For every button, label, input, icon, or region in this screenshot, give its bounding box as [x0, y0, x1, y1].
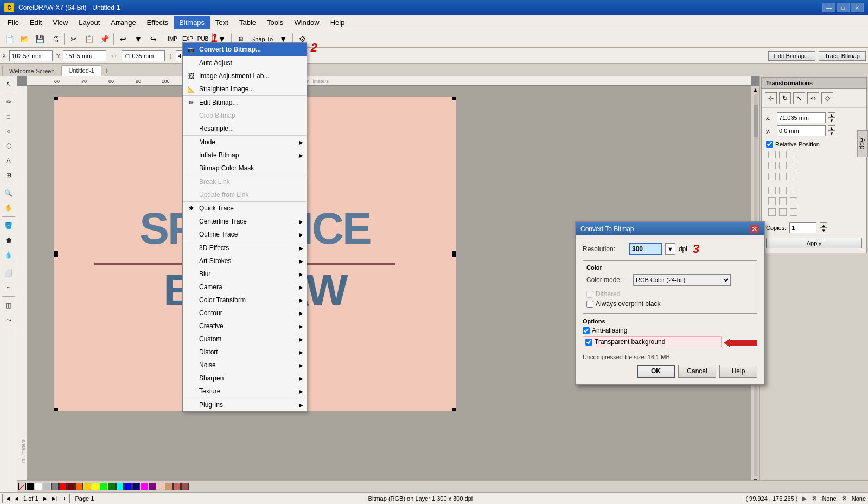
- copies-down[interactable]: ▼: [820, 228, 827, 233]
- color-silver[interactable]: [43, 483, 50, 490]
- pos-grid-6[interactable]: [790, 162, 797, 169]
- edit-bitmap-button[interactable]: Edit Bitmap...: [768, 51, 815, 61]
- blur-item[interactable]: Blur ▶: [183, 267, 307, 280]
- menu-help[interactable]: Help: [325, 16, 350, 29]
- color-dark-green[interactable]: [108, 483, 116, 490]
- noise-item[interactable]: Noise ▶: [183, 359, 307, 372]
- pan-tool[interactable]: ✋: [1, 201, 16, 215]
- menu-edit[interactable]: Edit: [24, 16, 47, 29]
- color-mode-select[interactable]: RGB Color (24-bit) CMYK Color (32-bit) G…: [633, 274, 731, 286]
- last-page-button[interactable]: ▶|: [50, 494, 59, 503]
- zoom-tool[interactable]: 🔍: [1, 186, 16, 200]
- transform-skew[interactable]: ◇: [821, 92, 833, 104]
- color-purple[interactable]: [149, 483, 156, 490]
- minimize-button[interactable]: —: [822, 3, 835, 12]
- image-adjustment-item[interactable]: 🖼 Image Adjustment Lab...: [183, 69, 307, 82]
- x-up[interactable]: ▲: [828, 112, 835, 118]
- color-magenta[interactable]: [141, 483, 148, 490]
- cut-button[interactable]: ✂: [67, 32, 81, 46]
- color-navy[interactable]: [132, 483, 140, 490]
- no-fill-swatch[interactable]: [18, 483, 26, 490]
- rectangle-tool[interactable]: □: [1, 110, 16, 124]
- color-bright-yellow[interactable]: [92, 483, 99, 490]
- new-button[interactable]: 📄: [2, 32, 16, 46]
- transform-position[interactable]: ⊹: [765, 92, 777, 104]
- creative-item[interactable]: Creative ▶: [183, 320, 307, 333]
- x-down[interactable]: ▼: [828, 118, 835, 123]
- tab-untitled[interactable]: Untitled-1: [62, 65, 101, 76]
- centerline-trace-item[interactable]: Centerline Trace ▶: [183, 215, 307, 228]
- sharpen-item[interactable]: Sharpen ▶: [183, 372, 307, 385]
- color-dark-red[interactable]: [67, 483, 75, 490]
- color-blue[interactable]: [124, 483, 132, 490]
- apply-button[interactable]: Apply: [766, 238, 862, 248]
- resolution-dropdown-btn[interactable]: ▼: [665, 243, 675, 255]
- prev-page-button[interactable]: ◀: [12, 494, 21, 503]
- add-page-button[interactable]: +: [60, 494, 69, 503]
- pos-grid-1[interactable]: [768, 151, 776, 158]
- shadow-tool[interactable]: ◫: [1, 298, 16, 312]
- color-orange[interactable]: [75, 483, 83, 490]
- eraser-tool[interactable]: ⬜: [1, 266, 16, 280]
- handle-br[interactable]: [452, 408, 456, 411]
- smart-fill[interactable]: ⬟: [1, 233, 16, 247]
- texture-item[interactable]: Texture ▶: [183, 385, 307, 398]
- convert-to-bitmap-item[interactable]: 📷 Convert to Bitmap... 2: [183, 43, 307, 56]
- menu-effects[interactable]: Effects: [142, 16, 174, 29]
- connector-tool[interactable]: ⤳: [1, 313, 16, 327]
- pos-grid-5[interactable]: [779, 162, 787, 169]
- eyedropper[interactable]: 💧: [1, 248, 16, 262]
- handle-ml[interactable]: [54, 251, 58, 257]
- color-rose[interactable]: [173, 483, 181, 490]
- dialog-close-button[interactable]: ✕: [750, 225, 760, 233]
- handle-bl[interactable]: [54, 408, 58, 411]
- auto-adjust-item[interactable]: Auto Adjust: [183, 56, 307, 69]
- color-green[interactable]: [100, 483, 107, 490]
- color-peach[interactable]: [157, 483, 164, 490]
- color-brown-red[interactable]: [181, 483, 189, 490]
- pos-grid2-4[interactable]: [768, 197, 776, 205]
- trace-bitmap-button[interactable]: Trace Bitmap: [819, 51, 866, 61]
- next-page-button[interactable]: ▶: [41, 494, 50, 503]
- maximize-button[interactable]: □: [837, 3, 850, 12]
- freehand-tool[interactable]: ✏: [1, 95, 16, 109]
- copy-button[interactable]: 📋: [82, 32, 96, 46]
- y-down[interactable]: ▼: [828, 131, 835, 136]
- menu-view[interactable]: View: [47, 16, 73, 29]
- art-strokes-item[interactable]: Art Strokes ▶: [183, 254, 307, 267]
- mode-item[interactable]: Mode ▶: [183, 136, 307, 149]
- pos-grid-3[interactable]: [790, 151, 797, 158]
- outline-trace-item[interactable]: Outline Trace ▶: [183, 228, 307, 241]
- width-input[interactable]: [122, 50, 165, 61]
- transform-scale[interactable]: ⤡: [793, 92, 805, 104]
- import-button[interactable]: IMP: [165, 32, 180, 46]
- table-tool[interactable]: ⊞: [1, 168, 16, 182]
- distort-item[interactable]: Distort ▶: [183, 346, 307, 359]
- color-cyan[interactable]: [116, 483, 124, 490]
- transform-rotate[interactable]: ↻: [779, 92, 791, 104]
- pos-grid2-5[interactable]: [779, 197, 787, 205]
- y-up[interactable]: ▲: [828, 125, 835, 131]
- pos-grid-8[interactable]: [779, 173, 787, 180]
- menu-layout[interactable]: Layout: [73, 16, 105, 29]
- coord-y-input[interactable]: [63, 50, 106, 61]
- ellipse-tool[interactable]: ○: [1, 124, 16, 138]
- relative-position-checkbox[interactable]: [766, 141, 773, 148]
- color-white[interactable]: [35, 483, 42, 490]
- save-button[interactable]: 💾: [33, 32, 47, 46]
- anti-aliasing-checkbox[interactable]: [583, 327, 590, 334]
- color-black[interactable]: [27, 483, 34, 490]
- menu-window[interactable]: Window: [289, 16, 324, 29]
- y-input[interactable]: [777, 125, 826, 136]
- cancel-button[interactable]: Cancel: [678, 365, 716, 378]
- resolution-input[interactable]: [629, 243, 662, 255]
- fill-tool[interactable]: 🪣: [1, 219, 16, 233]
- pos-grid2-1[interactable]: [768, 187, 776, 194]
- pos-grid2-9[interactable]: [790, 208, 797, 216]
- custom-item[interactable]: Custom ▶: [183, 333, 307, 346]
- pos-grid-9[interactable]: [790, 173, 797, 180]
- color-transform-item[interactable]: Color Transform ▶: [183, 294, 307, 307]
- transparent-bg-checkbox[interactable]: [585, 339, 592, 346]
- pos-grid-2[interactable]: [779, 151, 787, 158]
- 3d-effects-item[interactable]: 3D Effects ▶: [183, 241, 307, 254]
